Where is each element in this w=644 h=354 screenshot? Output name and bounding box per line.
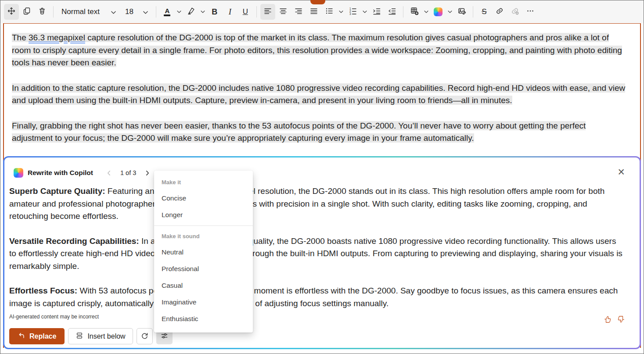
align-right-icon <box>294 7 303 17</box>
highlight-menu-chevron[interactable] <box>199 4 207 20</box>
copilot-menu-chevron[interactable] <box>446 4 454 20</box>
panel-actions: Replace Insert below <box>9 328 173 344</box>
highlight-button[interactable] <box>183 4 198 20</box>
clipped-line-bold: DG-2000 <box>12 352 46 354</box>
menu-item-longer[interactable]: Longer <box>154 207 253 223</box>
toolbar-divider <box>156 6 156 18</box>
suggestion-lead: Effortless Focus: <box>9 286 77 295</box>
paragraph-style-label: Normal text <box>61 7 100 16</box>
document-link[interactable]: 36.3 megapixel <box>29 33 85 42</box>
document-paragraph: Finally, grabbing the right shot has nev… <box>12 120 627 145</box>
selection-drag-handle[interactable] <box>310 0 325 4</box>
suggestion-paragraph: Effortless Focus: With 53 autofocus poin… <box>9 285 623 310</box>
close-icon[interactable]: × <box>618 166 625 178</box>
toolbar-divider <box>53 6 54 18</box>
move-button[interactable] <box>4 4 19 20</box>
strikethrough-icon: S <box>482 7 486 16</box>
paragraph-text: In addition to the static capture resolu… <box>12 83 625 105</box>
panel-title: Rewrite with Copilot <box>28 169 93 177</box>
underline-button[interactable]: U <box>238 4 253 20</box>
paragraph-style-dropdown[interactable]: Normal text <box>57 4 120 20</box>
bullet-list-menu-chevron[interactable] <box>337 4 345 20</box>
insert-below-label: Insert below <box>87 333 125 340</box>
font-size-label: 18 <box>125 7 133 16</box>
suggestion-pagination: 1 of 3 <box>104 168 152 178</box>
suggestion-paragraph: Versatile Recording Capabilities: In add… <box>9 235 623 273</box>
rewrite-options-menu: Make it Concise Longer Make it sound Neu… <box>154 171 253 333</box>
align-center-icon <box>279 7 288 17</box>
toolbar-divider <box>473 6 473 18</box>
align-left-button[interactable] <box>260 4 275 20</box>
numbered-list-button[interactable]: 123 <box>345 4 360 20</box>
menu-item-imaginative[interactable]: Imaginative <box>154 294 253 311</box>
indent-decrease-icon <box>388 7 396 17</box>
menu-item-casual[interactable]: Casual <box>154 277 253 294</box>
image-edit-icon <box>457 7 466 17</box>
regenerate-button[interactable] <box>137 328 153 344</box>
align-center-button[interactable] <box>276 4 291 20</box>
copy-button[interactable] <box>19 4 34 20</box>
align-left-icon <box>263 7 272 17</box>
numbered-list-icon: 123 <box>349 7 357 17</box>
suggestion-body: With 53 autofocus points, capturing the … <box>9 286 618 308</box>
bullet-list-icon <box>325 7 334 17</box>
panel-header: Rewrite with Copilot 1 of 3 × <box>14 168 640 178</box>
underline-icon: U <box>243 7 248 16</box>
strikethrough-button[interactable]: S <box>477 4 492 20</box>
link-button[interactable] <box>492 4 507 20</box>
italic-button[interactable]: I <box>223 4 237 20</box>
link-icon <box>495 7 504 17</box>
feedback-controls <box>603 315 626 324</box>
copilot-rewrite-panel: Rewrite with Copilot 1 of 3 × Superb Cap… <box>3 156 641 349</box>
suggestion-lead: Versatile Recording Capabilities: <box>9 236 139 246</box>
insert-below-button[interactable]: Insert below <box>68 328 133 344</box>
copy-icon <box>22 7 31 17</box>
clipped-line-text: is the camera you want in your bag when … <box>46 352 500 354</box>
previous-suggestion-button[interactable] <box>104 168 114 178</box>
unlink-button[interactable] <box>507 4 522 20</box>
svg-text:3: 3 <box>349 12 351 15</box>
insert-below-icon <box>76 332 83 341</box>
menu-item-enthusiastic[interactable]: Enthusiastic <box>154 311 253 327</box>
replace-button[interactable]: Replace <box>9 328 65 344</box>
menu-item-professional[interactable]: Professional <box>154 261 253 277</box>
table-add-icon <box>410 7 419 17</box>
document-body[interactable]: The 36.3 megapixel capture resolution of… <box>4 24 640 145</box>
copilot-icon <box>434 7 443 16</box>
bullet-list-button[interactable] <box>322 4 337 20</box>
thumbs-up-icon[interactable] <box>603 315 612 324</box>
menu-item-concise[interactable]: Concise <box>154 190 253 207</box>
ai-disclaimer: AI-generated content may be incorrect <box>9 314 99 320</box>
menu-item-neutral[interactable]: Neutral <box>154 244 253 261</box>
app-window: Normal text 18 A B I U <box>0 0 644 354</box>
insert-image-button[interactable] <box>454 4 469 20</box>
toolbar-divider <box>256 6 257 18</box>
numbered-list-menu-chevron[interactable] <box>361 4 369 20</box>
delete-button[interactable] <box>35 4 50 20</box>
indent-increase-icon <box>372 7 381 17</box>
bold-icon: B <box>212 7 217 17</box>
justify-icon <box>309 7 318 17</box>
paragraph-text: Finally, grabbing the right shot has nev… <box>12 121 586 143</box>
insert-table-menu-chevron[interactable] <box>422 4 430 20</box>
suggestion-paragraph: Superb Capture Quality: Featuring an imp… <box>9 185 623 223</box>
insert-table-button[interactable] <box>407 4 422 20</box>
italic-icon: I <box>229 7 231 17</box>
bold-button[interactable]: B <box>207 4 222 20</box>
unlink-icon <box>511 7 519 17</box>
menu-section-header: Make it <box>154 174 253 190</box>
pagination-count: 1 of 3 <box>120 169 136 176</box>
replace-label: Replace <box>29 333 56 340</box>
justify-button[interactable] <box>306 4 321 20</box>
align-right-button[interactable] <box>291 4 306 20</box>
move-icon <box>7 7 16 17</box>
font-color-button[interactable]: A <box>160 4 175 20</box>
indent-decrease-button[interactable] <box>385 4 399 20</box>
font-color-menu-chevron[interactable] <box>175 4 183 20</box>
thumbs-down-icon[interactable] <box>617 315 626 324</box>
font-size-dropdown[interactable]: 18 <box>121 4 152 20</box>
next-suggestion-button[interactable] <box>142 168 152 178</box>
indent-increase-button[interactable] <box>369 4 384 20</box>
more-options-button[interactable] <box>523 4 538 20</box>
copilot-button[interactable] <box>431 4 446 20</box>
